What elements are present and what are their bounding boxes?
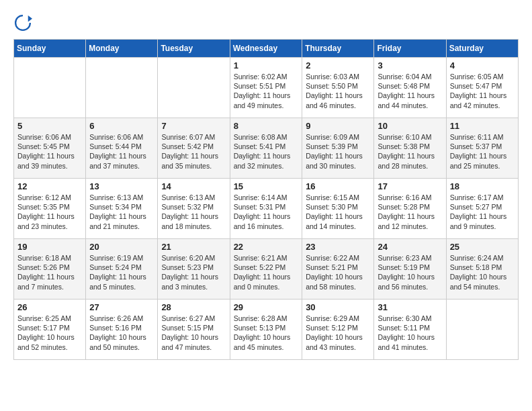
calendar-week-row: 12Sunrise: 6:12 AM Sunset: 5:35 PM Dayli… bbox=[14, 179, 519, 239]
cell-content: Sunrise: 6:13 AM Sunset: 5:34 PM Dayligh… bbox=[89, 193, 154, 231]
day-number: 7 bbox=[161, 121, 226, 131]
calendar-cell: 17Sunrise: 6:16 AM Sunset: 5:28 PM Dayli… bbox=[374, 179, 446, 239]
calendar-cell: 9Sunrise: 6:09 AM Sunset: 5:39 PM Daylig… bbox=[302, 118, 374, 179]
cell-content: Sunrise: 6:06 AM Sunset: 5:45 PM Dayligh… bbox=[17, 132, 82, 171]
cell-content: Sunrise: 6:19 AM Sunset: 5:24 PM Dayligh… bbox=[89, 253, 154, 291]
calendar-cell: 6Sunrise: 6:06 AM Sunset: 5:44 PM Daylig… bbox=[86, 118, 158, 179]
day-number: 24 bbox=[378, 242, 442, 252]
calendar-cell: 21Sunrise: 6:20 AM Sunset: 5:23 PM Dayli… bbox=[158, 239, 230, 300]
day-number: 8 bbox=[234, 121, 299, 131]
calendar-week-row: 19Sunrise: 6:18 AM Sunset: 5:26 PM Dayli… bbox=[14, 239, 519, 300]
day-number: 25 bbox=[450, 242, 515, 252]
cell-content: Sunrise: 6:04 AM Sunset: 5:48 PM Dayligh… bbox=[378, 72, 442, 110]
calendar-week-row: 5Sunrise: 6:06 AM Sunset: 5:45 PM Daylig… bbox=[14, 118, 519, 179]
day-number: 5 bbox=[17, 121, 82, 131]
cell-content: Sunrise: 6:28 AM Sunset: 5:13 PM Dayligh… bbox=[234, 314, 299, 352]
calendar-cell: 27Sunrise: 6:26 AM Sunset: 5:16 PM Dayli… bbox=[86, 300, 158, 360]
calendar-header-row: SundayMondayTuesdayWednesdayThursdayFrid… bbox=[14, 40, 519, 58]
cell-content: Sunrise: 6:07 AM Sunset: 5:42 PM Dayligh… bbox=[161, 132, 226, 171]
day-number: 14 bbox=[161, 181, 226, 191]
calendar-cell: 11Sunrise: 6:11 AM Sunset: 5:37 PM Dayli… bbox=[446, 118, 518, 179]
calendar-table: SundayMondayTuesdayWednesdayThursdayFrid… bbox=[13, 39, 519, 360]
calendar-cell: 14Sunrise: 6:13 AM Sunset: 5:32 PM Dayli… bbox=[158, 179, 230, 239]
day-number: 18 bbox=[450, 181, 515, 191]
day-header-saturday: Saturday bbox=[446, 40, 518, 58]
cell-content: Sunrise: 6:26 AM Sunset: 5:16 PM Dayligh… bbox=[89, 314, 154, 352]
day-number: 30 bbox=[306, 302, 370, 312]
calendar-cell: 31Sunrise: 6:30 AM Sunset: 5:11 PM Dayli… bbox=[374, 300, 446, 360]
calendar-cell: 19Sunrise: 6:18 AM Sunset: 5:26 PM Dayli… bbox=[14, 239, 86, 300]
calendar-cell: 16Sunrise: 6:15 AM Sunset: 5:30 PM Dayli… bbox=[302, 179, 374, 239]
cell-content: Sunrise: 6:16 AM Sunset: 5:28 PM Dayligh… bbox=[378, 193, 442, 231]
calendar-cell: 13Sunrise: 6:13 AM Sunset: 5:34 PM Dayli… bbox=[86, 179, 158, 239]
day-header-wednesday: Wednesday bbox=[230, 40, 302, 58]
day-header-sunday: Sunday bbox=[14, 40, 86, 58]
day-number: 4 bbox=[450, 60, 515, 71]
calendar-cell: 15Sunrise: 6:14 AM Sunset: 5:31 PM Dayli… bbox=[230, 179, 302, 239]
day-number: 21 bbox=[161, 242, 226, 252]
page-header bbox=[13, 13, 519, 32]
day-number: 12 bbox=[17, 181, 82, 191]
cell-content: Sunrise: 6:22 AM Sunset: 5:21 PM Dayligh… bbox=[306, 253, 370, 291]
logo bbox=[13, 13, 35, 32]
day-number: 6 bbox=[89, 121, 154, 131]
calendar-cell bbox=[14, 58, 86, 118]
calendar-cell: 26Sunrise: 6:25 AM Sunset: 5:17 PM Dayli… bbox=[14, 300, 86, 360]
day-number: 20 bbox=[89, 242, 154, 252]
day-header-thursday: Thursday bbox=[302, 40, 374, 58]
cell-content: Sunrise: 6:29 AM Sunset: 5:12 PM Dayligh… bbox=[306, 314, 370, 352]
calendar-cell: 3Sunrise: 6:04 AM Sunset: 5:48 PM Daylig… bbox=[374, 58, 446, 118]
cell-content: Sunrise: 6:18 AM Sunset: 5:26 PM Dayligh… bbox=[17, 253, 82, 291]
cell-content: Sunrise: 6:21 AM Sunset: 5:22 PM Dayligh… bbox=[234, 253, 299, 291]
day-number: 28 bbox=[161, 302, 226, 312]
calendar-cell: 4Sunrise: 6:05 AM Sunset: 5:47 PM Daylig… bbox=[446, 58, 518, 118]
cell-content: Sunrise: 6:27 AM Sunset: 5:15 PM Dayligh… bbox=[161, 314, 226, 352]
calendar-cell: 24Sunrise: 6:23 AM Sunset: 5:19 PM Dayli… bbox=[374, 239, 446, 300]
calendar-cell: 30Sunrise: 6:29 AM Sunset: 5:12 PM Dayli… bbox=[302, 300, 374, 360]
cell-content: Sunrise: 6:05 AM Sunset: 5:47 PM Dayligh… bbox=[450, 72, 515, 110]
day-number: 2 bbox=[306, 60, 370, 71]
calendar-cell: 28Sunrise: 6:27 AM Sunset: 5:15 PM Dayli… bbox=[158, 300, 230, 360]
cell-content: Sunrise: 6:14 AM Sunset: 5:31 PM Dayligh… bbox=[234, 193, 299, 231]
calendar-cell: 7Sunrise: 6:07 AM Sunset: 5:42 PM Daylig… bbox=[158, 118, 230, 179]
day-number: 10 bbox=[378, 121, 442, 131]
cell-content: Sunrise: 6:24 AM Sunset: 5:18 PM Dayligh… bbox=[450, 253, 515, 291]
calendar-cell: 23Sunrise: 6:22 AM Sunset: 5:21 PM Dayli… bbox=[302, 239, 374, 300]
day-number: 31 bbox=[378, 302, 442, 312]
day-number: 19 bbox=[17, 242, 82, 252]
cell-content: Sunrise: 6:15 AM Sunset: 5:30 PM Dayligh… bbox=[306, 193, 370, 231]
day-number: 9 bbox=[306, 121, 370, 131]
calendar-cell: 12Sunrise: 6:12 AM Sunset: 5:35 PM Dayli… bbox=[14, 179, 86, 239]
cell-content: Sunrise: 6:02 AM Sunset: 5:51 PM Dayligh… bbox=[234, 72, 299, 110]
cell-content: Sunrise: 6:03 AM Sunset: 5:50 PM Dayligh… bbox=[306, 72, 370, 110]
cell-content: Sunrise: 6:09 AM Sunset: 5:39 PM Dayligh… bbox=[306, 132, 370, 171]
day-number: 1 bbox=[234, 60, 299, 71]
calendar-cell: 10Sunrise: 6:10 AM Sunset: 5:38 PM Dayli… bbox=[374, 118, 446, 179]
calendar-cell: 25Sunrise: 6:24 AM Sunset: 5:18 PM Dayli… bbox=[446, 239, 518, 300]
day-number: 26 bbox=[17, 302, 82, 312]
day-number: 13 bbox=[89, 181, 154, 191]
calendar-cell bbox=[446, 300, 518, 360]
calendar-cell: 22Sunrise: 6:21 AM Sunset: 5:22 PM Dayli… bbox=[230, 239, 302, 300]
day-number: 3 bbox=[378, 60, 442, 71]
cell-content: Sunrise: 6:08 AM Sunset: 5:41 PM Dayligh… bbox=[234, 132, 299, 171]
day-number: 23 bbox=[306, 242, 370, 252]
day-number: 29 bbox=[234, 302, 299, 312]
calendar-cell: 5Sunrise: 6:06 AM Sunset: 5:45 PM Daylig… bbox=[14, 118, 86, 179]
cell-content: Sunrise: 6:11 AM Sunset: 5:37 PM Dayligh… bbox=[450, 132, 515, 171]
cell-content: Sunrise: 6:23 AM Sunset: 5:19 PM Dayligh… bbox=[378, 253, 442, 291]
cell-content: Sunrise: 6:17 AM Sunset: 5:27 PM Dayligh… bbox=[450, 193, 515, 231]
day-header-tuesday: Tuesday bbox=[158, 40, 230, 58]
calendar-week-row: 1Sunrise: 6:02 AM Sunset: 5:51 PM Daylig… bbox=[14, 58, 519, 118]
calendar-cell: 20Sunrise: 6:19 AM Sunset: 5:24 PM Dayli… bbox=[86, 239, 158, 300]
day-number: 17 bbox=[378, 181, 442, 191]
logo-icon bbox=[13, 13, 32, 32]
cell-content: Sunrise: 6:12 AM Sunset: 5:35 PM Dayligh… bbox=[17, 193, 82, 231]
cell-content: Sunrise: 6:30 AM Sunset: 5:11 PM Dayligh… bbox=[378, 314, 442, 352]
calendar-cell: 2Sunrise: 6:03 AM Sunset: 5:50 PM Daylig… bbox=[302, 58, 374, 118]
calendar-week-row: 26Sunrise: 6:25 AM Sunset: 5:17 PM Dayli… bbox=[14, 300, 519, 360]
day-header-monday: Monday bbox=[86, 40, 158, 58]
cell-content: Sunrise: 6:10 AM Sunset: 5:38 PM Dayligh… bbox=[378, 132, 442, 171]
day-number: 15 bbox=[234, 181, 299, 191]
cell-content: Sunrise: 6:13 AM Sunset: 5:32 PM Dayligh… bbox=[161, 193, 226, 231]
